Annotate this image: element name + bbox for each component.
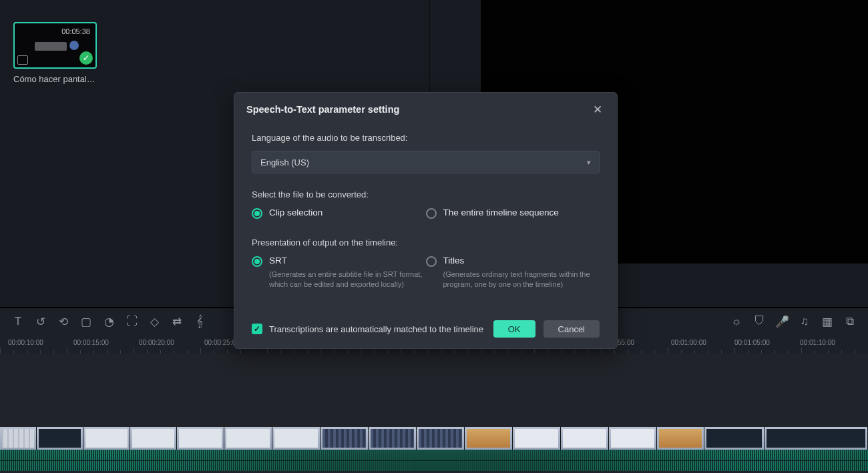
checkbox-icon: ✓ <box>252 324 262 334</box>
radio-icon <box>252 256 262 267</box>
radio-label: SRT <box>269 256 287 266</box>
file-label: Select the file to be converted: <box>252 189 600 199</box>
radio-label: Clip selection <box>269 207 322 217</box>
speech-to-text-dialog: Speech-to-Text parameter setting ✕ Langu… <box>234 92 618 349</box>
radio-icon <box>426 256 437 267</box>
file-section: Select the file to be converted: Clip se… <box>252 189 600 221</box>
language-label: Language of the audio to be transcribed: <box>252 133 600 143</box>
radio-icon <box>252 208 262 219</box>
radio-icon <box>426 208 437 219</box>
checkbox-label: Transcriptions are automatically matched… <box>269 324 483 334</box>
dialog-body: Language of the audio to be transcribed:… <box>234 123 617 290</box>
output-section: Presentation of output on the timeline: … <box>252 238 600 290</box>
ok-button[interactable]: OK <box>493 320 535 338</box>
dialog-title: Speech-to-Text parameter setting <box>246 104 399 115</box>
dialog-footer: ✓ Transcriptions are automatically match… <box>252 320 600 338</box>
radio-clip-selection[interactable]: Clip selection <box>252 207 426 219</box>
radio-entire-timeline[interactable]: The entire timeline sequence <box>426 207 600 219</box>
language-section: Language of the audio to be transcribed:… <box>252 133 600 173</box>
language-select[interactable]: English (US) ▾ <box>252 151 600 173</box>
radio-label: Titles <box>443 256 465 266</box>
radio-description: (Generates an entire subtitle file in SR… <box>269 270 423 290</box>
chevron-down-icon: ▾ <box>587 158 591 167</box>
radio-srt[interactable]: SRT <box>252 256 426 267</box>
radio-description: (Generates ordinary text fragments withi… <box>443 270 597 290</box>
close-icon[interactable]: ✕ <box>590 102 605 117</box>
radio-label: The entire timeline sequence <box>443 207 559 217</box>
radio-titles[interactable]: Titles <box>426 256 600 267</box>
dialog-header: Speech-to-Text parameter setting ✕ <box>234 93 617 123</box>
modal-overlay: Speech-to-Text parameter setting ✕ Langu… <box>0 0 868 473</box>
language-value: English (US) <box>260 157 309 167</box>
output-label: Presentation of output on the timeline: <box>252 238 600 248</box>
cancel-button[interactable]: Cancel <box>544 320 600 338</box>
auto-match-checkbox[interactable]: ✓ Transcriptions are automatically match… <box>252 324 493 334</box>
